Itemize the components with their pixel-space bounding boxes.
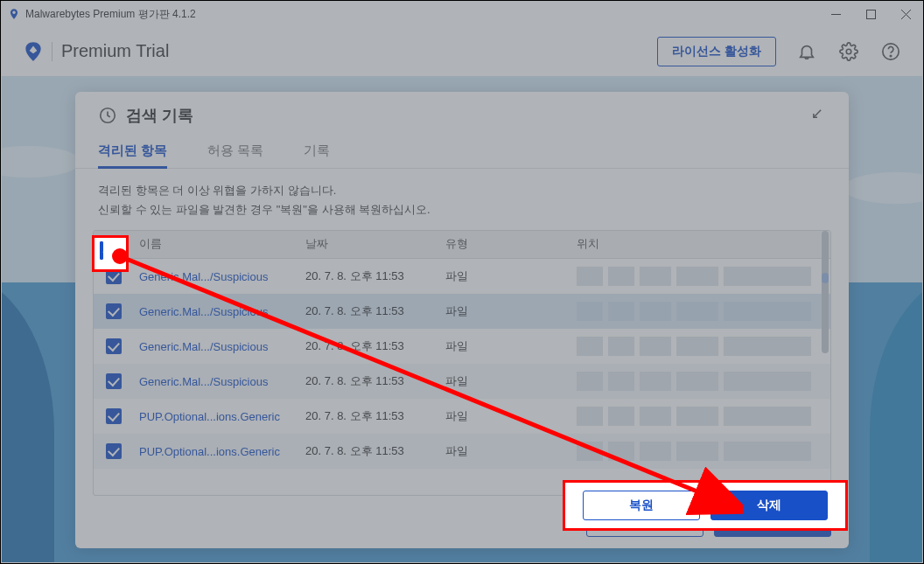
row-location xyxy=(577,442,830,461)
row-checkbox[interactable] xyxy=(106,408,122,424)
row-name[interactable]: PUP.Optional...ions.Generic xyxy=(134,445,305,458)
quarantine-table: 이름 날짜 유형 위치 Generic.Mal.../Suspicious20.… xyxy=(93,230,831,496)
row-type: 파일 xyxy=(445,268,577,284)
brand-logo-icon xyxy=(22,40,45,63)
row-checkbox[interactable] xyxy=(106,443,122,459)
panel-title: 검색 기록 xyxy=(126,105,193,126)
highlight-select-all xyxy=(92,235,129,272)
app-logo-icon xyxy=(8,8,20,20)
table-row[interactable]: Generic.Mal.../Suspicious20. 7. 8. 오후 11… xyxy=(94,329,830,364)
row-date: 20. 7. 8. 오후 11:53 xyxy=(305,338,445,354)
window-close-button[interactable] xyxy=(888,1,923,27)
notifications-icon[interactable] xyxy=(795,40,818,63)
activate-license-button[interactable]: 라이선스 활성화 xyxy=(657,37,776,66)
collapse-icon[interactable] xyxy=(808,105,826,126)
row-type: 파일 xyxy=(445,303,577,319)
history-clock-icon xyxy=(98,106,117,125)
row-name[interactable]: Generic.Mal.../Suspicious xyxy=(134,305,305,318)
col-location-header[interactable]: 위치 xyxy=(577,237,830,252)
table-scrollbar[interactable] xyxy=(822,231,829,495)
row-location xyxy=(577,302,830,321)
tab-allowlist[interactable]: 허용 목록 xyxy=(207,139,263,168)
app-header: Premium Trial 라이선스 활성화 xyxy=(1,27,923,75)
row-date: 20. 7. 8. 오후 11:53 xyxy=(305,443,445,459)
table-row[interactable]: Generic.Mal.../Suspicious20. 7. 8. 오후 11… xyxy=(94,294,830,329)
highlight-footer-buttons: 복원 삭제 xyxy=(563,480,848,531)
row-date: 20. 7. 8. 오후 11:53 xyxy=(305,373,445,389)
window-minimize-button[interactable] xyxy=(818,1,853,27)
delete-button-highlighted[interactable]: 삭제 xyxy=(710,491,828,520)
row-name[interactable]: Generic.Mal.../Suspicious xyxy=(134,375,305,388)
svg-rect-0 xyxy=(866,10,875,18)
settings-gear-icon[interactable] xyxy=(837,40,860,63)
table-row[interactable]: Generic.Mal.../Suspicious20. 7. 8. 오후 11… xyxy=(94,259,830,294)
row-name[interactable]: PUP.Optional...ions.Generic xyxy=(134,410,305,423)
row-location xyxy=(577,267,830,286)
restore-button-highlighted[interactable]: 복원 xyxy=(583,491,700,520)
tab-bar: 격리된 항목 허용 목록 기록 xyxy=(75,139,849,169)
svg-point-1 xyxy=(846,49,851,54)
window-title: Malwarebytes Premium 평가판 4.1.2 xyxy=(25,7,196,22)
row-name[interactable]: Generic.Mal.../Suspicious xyxy=(134,270,305,283)
panel-description: 격리된 항목은 더 이상 위협을 가하지 않습니다. 신뢰할 수 있는 파일을 … xyxy=(75,169,849,230)
row-checkbox[interactable] xyxy=(106,303,122,319)
row-checkbox[interactable] xyxy=(106,373,122,389)
svg-point-3 xyxy=(890,55,891,56)
table-row[interactable]: PUP.Optional...ions.Generic20. 7. 8. 오후 … xyxy=(94,434,830,469)
row-location xyxy=(577,407,830,426)
tab-history[interactable]: 기록 xyxy=(304,139,330,168)
header-divider xyxy=(52,42,52,61)
table-row[interactable]: PUP.Optional...ions.Generic20. 7. 8. 오후 … xyxy=(94,399,830,434)
col-date-header[interactable]: 날짜 xyxy=(305,237,445,252)
desc-line1: 격리된 항목은 더 이상 위협을 가하지 않습니다. xyxy=(98,181,826,200)
table-header: 이름 날짜 유형 위치 xyxy=(94,231,830,259)
row-checkbox[interactable] xyxy=(106,338,122,354)
row-location xyxy=(577,337,830,356)
col-type-header[interactable]: 유형 xyxy=(445,237,577,252)
product-name: Premium Trial xyxy=(61,41,169,61)
help-icon[interactable] xyxy=(879,40,902,63)
table-row[interactable]: Generic.Mal.../Suspicious20. 7. 8. 오후 11… xyxy=(94,364,830,399)
row-name[interactable]: Generic.Mal.../Suspicious xyxy=(134,340,305,353)
row-type: 파일 xyxy=(445,373,577,389)
tab-quarantine[interactable]: 격리된 항목 xyxy=(98,139,167,168)
row-type: 파일 xyxy=(445,408,577,424)
row-date: 20. 7. 8. 오후 11:53 xyxy=(305,408,445,424)
col-name-header[interactable]: 이름 xyxy=(134,237,305,252)
row-type: 파일 xyxy=(445,338,577,354)
row-location xyxy=(577,372,830,391)
row-type: 파일 xyxy=(445,443,577,459)
window-titlebar: Malwarebytes Premium 평가판 4.1.2 xyxy=(1,1,923,27)
desc-line2: 신뢰할 수 있는 파일을 발견한 경우 "복원"을 사용해 복원하십시오. xyxy=(98,200,826,219)
row-date: 20. 7. 8. 오후 11:53 xyxy=(305,268,445,284)
row-date: 20. 7. 8. 오후 11:53 xyxy=(305,303,445,319)
window-maximize-button[interactable] xyxy=(853,1,888,27)
